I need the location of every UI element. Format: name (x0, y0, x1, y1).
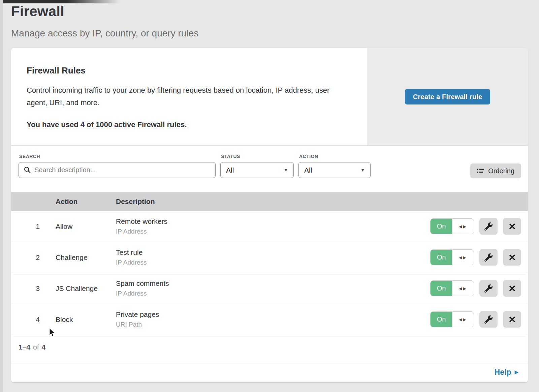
search-icon (24, 166, 31, 174)
page-header: Firewall Manage access by IP, country, o… (0, 0, 539, 39)
page-subtitle: Manage access by IP, country, or query r… (11, 28, 539, 39)
toggle-drag-handle-icon[interactable]: ◀▶ (452, 250, 474, 265)
window-edge-artifact-left (0, 0, 3, 392)
close-icon (509, 254, 516, 261)
rule-match-type: IP Address (116, 290, 430, 297)
card-footer: Help ▶ (11, 362, 528, 382)
table-row: 2 Challenge Test rule IP Address On ◀▶ (11, 242, 528, 273)
rule-priority: 2 (11, 253, 56, 262)
rule-priority: 1 (11, 222, 56, 231)
rule-controls: On ◀▶ (430, 249, 528, 266)
edit-rule-button[interactable] (479, 311, 498, 328)
wrench-icon (484, 253, 493, 262)
section-title: Firewall Rules (27, 65, 347, 76)
table-row: 4 Block Private pages URI Path On ◀▶ (11, 304, 528, 335)
pagination-total: 4 (42, 343, 46, 351)
edit-rule-button[interactable] (479, 218, 498, 235)
help-link[interactable]: Help ▶ (495, 368, 518, 377)
delete-rule-button[interactable] (503, 311, 521, 328)
action-column-header: Action (56, 198, 116, 206)
status-select[interactable]: All ▼ (220, 162, 294, 178)
description-column-header: Description (116, 198, 528, 206)
rule-enabled-toggle[interactable]: On ◀▶ (430, 218, 474, 234)
rule-action: Block (56, 315, 116, 324)
create-firewall-rule-button[interactable]: Create a Firewall rule (405, 89, 490, 104)
help-link-label: Help (495, 368, 511, 377)
edit-rule-button[interactable] (479, 249, 498, 266)
delete-rule-button[interactable] (503, 218, 521, 235)
arrow-right-icon: ▶ (514, 370, 518, 375)
ordering-button[interactable]: Ordering (470, 163, 521, 178)
status-select-value: All (226, 166, 234, 174)
action-field-group: ACTION All ▼ (298, 154, 371, 178)
close-icon (509, 223, 516, 230)
overview-side-panel: Create a Firewall rule (367, 48, 528, 145)
chevron-down-icon: ▼ (284, 168, 288, 173)
status-label: STATUS (221, 154, 294, 159)
ordering-button-label: Ordering (488, 167, 514, 175)
toggle-on-label: On (431, 219, 452, 234)
usage-note: You have used 4 of 1000 active Firewall … (27, 120, 347, 129)
rule-action: Challenge (56, 253, 116, 262)
delete-rule-button[interactable] (503, 249, 521, 266)
table-row: 1 Allow Remote workers IP Address On ◀▶ (11, 211, 528, 242)
search-field-group: SEARCH (19, 154, 216, 178)
close-icon (509, 285, 516, 292)
toggle-drag-handle-icon[interactable]: ◀▶ (452, 312, 474, 327)
page-title: Firewall (11, 3, 539, 20)
search-input[interactable] (19, 162, 216, 178)
toggle-on-label: On (431, 312, 452, 327)
wrench-icon (484, 284, 493, 293)
rule-priority: 4 (11, 315, 56, 324)
rule-match-type: IP Address (116, 259, 430, 266)
rule-enabled-toggle[interactable]: On ◀▶ (430, 249, 474, 265)
chevron-down-icon: ▼ (360, 168, 365, 173)
rule-action: Allow (56, 222, 116, 231)
toggle-on-label: On (431, 250, 452, 265)
action-select-value: All (304, 166, 312, 174)
status-field-group: STATUS All ▼ (220, 154, 294, 178)
toggle-on-label: On (431, 281, 452, 296)
action-select[interactable]: All ▼ (298, 162, 371, 178)
rule-enabled-toggle[interactable]: On ◀▶ (430, 311, 474, 327)
pagination-range: 1–4 (19, 343, 30, 351)
rule-controls: On ◀▶ (430, 311, 528, 328)
rule-match-type: URI Path (116, 321, 430, 328)
overview-text: Firewall Rules Control incoming traffic … (11, 48, 367, 145)
firewall-rules-card: Firewall Rules Control incoming traffic … (11, 48, 528, 382)
rules-list: 1 Allow Remote workers IP Address On ◀▶ (11, 211, 528, 335)
close-icon (509, 316, 516, 323)
window-edge-artifact-top (3, 0, 119, 3)
pagination: 1–4 of 4 (11, 335, 528, 362)
edit-rule-button[interactable] (479, 280, 498, 297)
toggle-drag-handle-icon[interactable]: ◀▶ (452, 219, 474, 234)
rule-description: Private pages (116, 310, 430, 319)
rule-action: JS Challenge (56, 284, 116, 293)
rule-priority: 3 (11, 284, 56, 293)
wrench-icon (484, 315, 493, 324)
table-header: Action Description (11, 192, 528, 211)
rule-match-type: IP Address (116, 228, 430, 235)
rule-description: Test rule (116, 248, 430, 257)
delete-rule-button[interactable] (503, 280, 521, 297)
rule-description: Remote workers (116, 217, 430, 225)
toggle-drag-handle-icon[interactable]: ◀▶ (452, 281, 474, 296)
table-row: 3 JS Challenge Spam comments IP Address … (11, 273, 528, 304)
list-ordering-icon (477, 168, 484, 174)
rule-description: Spam comments (116, 279, 430, 288)
rule-enabled-toggle[interactable]: On ◀▶ (430, 280, 474, 296)
rule-controls: On ◀▶ (430, 218, 528, 235)
pagination-of: of (33, 343, 39, 351)
rule-controls: On ◀▶ (430, 280, 528, 297)
section-description: Control incoming traffic to your zone by… (27, 84, 347, 109)
filters-bar: SEARCH STATUS All ▼ ACTION All ▼ (11, 146, 528, 192)
wrench-icon (484, 222, 493, 231)
search-label: SEARCH (19, 154, 216, 159)
action-label: ACTION (299, 154, 371, 159)
overview-section: Firewall Rules Control incoming traffic … (11, 48, 528, 146)
